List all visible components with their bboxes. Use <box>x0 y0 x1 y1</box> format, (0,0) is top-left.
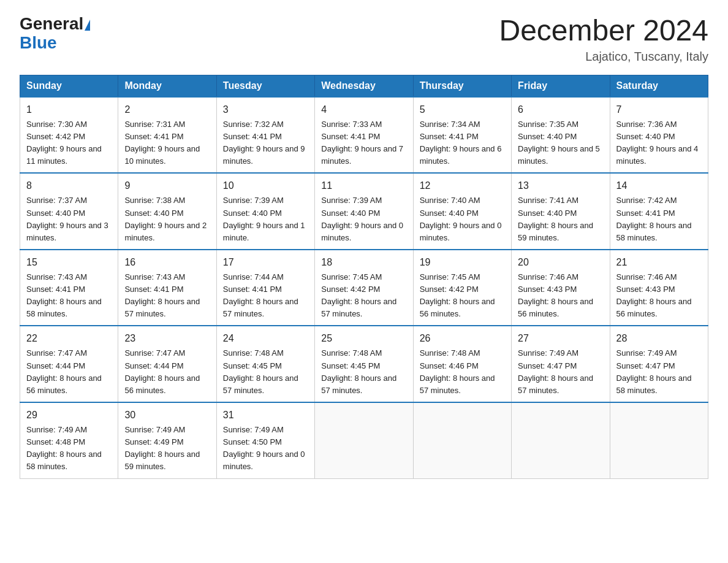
logo-triangle-icon <box>85 20 90 31</box>
day-number: 15 <box>26 255 112 270</box>
day-cell: 24Sunrise: 7:48 AMSunset: 4:45 PMDayligh… <box>216 326 314 402</box>
day-number: 12 <box>420 178 505 193</box>
day-info: Sunrise: 7:48 AMSunset: 4:46 PMDaylight:… <box>420 347 505 397</box>
day-cell: 13Sunrise: 7:41 AMSunset: 4:40 PMDayligh… <box>512 173 610 250</box>
day-info: Sunrise: 7:47 AMSunset: 4:44 PMDaylight:… <box>124 347 210 397</box>
day-info: Sunrise: 7:39 AMSunset: 4:40 PMDaylight:… <box>223 194 308 244</box>
day-info: Sunrise: 7:49 AMSunset: 4:47 PMDaylight:… <box>616 347 702 397</box>
header-saturday: Saturday <box>610 75 708 97</box>
day-number: 2 <box>124 102 210 117</box>
day-number: 8 <box>26 178 112 193</box>
day-number: 18 <box>321 255 406 270</box>
week-row-3: 15Sunrise: 7:43 AMSunset: 4:41 PMDayligh… <box>20 250 708 326</box>
day-info: Sunrise: 7:43 AMSunset: 4:41 PMDaylight:… <box>26 271 112 321</box>
day-number: 31 <box>223 408 308 423</box>
day-number: 20 <box>518 255 603 270</box>
day-number: 3 <box>223 102 308 117</box>
day-cell: 11Sunrise: 7:39 AMSunset: 4:40 PMDayligh… <box>315 173 413 250</box>
day-number: 10 <box>223 178 308 193</box>
day-cell: 8Sunrise: 7:37 AMSunset: 4:40 PMDaylight… <box>20 173 118 250</box>
day-info: Sunrise: 7:30 AMSunset: 4:42 PMDaylight:… <box>26 118 112 168</box>
day-cell <box>413 402 511 478</box>
day-cell: 26Sunrise: 7:48 AMSunset: 4:46 PMDayligh… <box>413 326 511 402</box>
day-cell: 10Sunrise: 7:39 AMSunset: 4:40 PMDayligh… <box>216 173 314 250</box>
day-info: Sunrise: 7:31 AMSunset: 4:41 PMDaylight:… <box>124 118 210 168</box>
day-info: Sunrise: 7:32 AMSunset: 4:41 PMDaylight:… <box>223 118 308 168</box>
day-number: 16 <box>124 255 210 270</box>
title-block: December 2024 Lajatico, Tuscany, Italy <box>499 15 708 64</box>
day-number: 1 <box>26 102 112 117</box>
day-cell: 1Sunrise: 7:30 AMSunset: 4:42 PMDaylight… <box>20 97 118 174</box>
day-cell: 7Sunrise: 7:36 AMSunset: 4:40 PMDaylight… <box>610 97 708 174</box>
header-tuesday: Tuesday <box>216 75 314 97</box>
week-row-4: 22Sunrise: 7:47 AMSunset: 4:44 PMDayligh… <box>20 326 708 402</box>
day-cell: 16Sunrise: 7:43 AMSunset: 4:41 PMDayligh… <box>118 250 216 326</box>
day-number: 25 <box>321 331 406 346</box>
day-info: Sunrise: 7:46 AMSunset: 4:43 PMDaylight:… <box>518 271 603 321</box>
day-cell <box>315 402 413 478</box>
day-info: Sunrise: 7:39 AMSunset: 4:40 PMDaylight:… <box>321 194 406 244</box>
header-wednesday: Wednesday <box>315 75 413 97</box>
header-monday: Monday <box>118 75 216 97</box>
day-number: 26 <box>420 331 505 346</box>
day-number: 14 <box>616 178 702 193</box>
day-info: Sunrise: 7:38 AMSunset: 4:40 PMDaylight:… <box>124 194 210 244</box>
day-info: Sunrise: 7:49 AMSunset: 4:47 PMDaylight:… <box>518 347 603 397</box>
day-info: Sunrise: 7:48 AMSunset: 4:45 PMDaylight:… <box>223 347 308 397</box>
day-number: 22 <box>26 331 112 346</box>
day-info: Sunrise: 7:33 AMSunset: 4:41 PMDaylight:… <box>321 118 406 168</box>
day-number: 4 <box>321 102 406 117</box>
day-number: 19 <box>420 255 505 270</box>
day-number: 9 <box>124 178 210 193</box>
day-info: Sunrise: 7:45 AMSunset: 4:42 PMDaylight:… <box>321 271 406 321</box>
day-info: Sunrise: 7:43 AMSunset: 4:41 PMDaylight:… <box>124 271 210 321</box>
logo: General Blue <box>20 15 90 53</box>
day-cell: 20Sunrise: 7:46 AMSunset: 4:43 PMDayligh… <box>512 250 610 326</box>
day-cell: 17Sunrise: 7:44 AMSunset: 4:41 PMDayligh… <box>216 250 314 326</box>
header-thursday: Thursday <box>413 75 511 97</box>
day-info: Sunrise: 7:48 AMSunset: 4:45 PMDaylight:… <box>321 347 406 397</box>
header-sunday: Sunday <box>20 75 118 97</box>
logo-blue: Blue <box>20 33 57 52</box>
day-number: 29 <box>26 408 112 423</box>
week-row-5: 29Sunrise: 7:49 AMSunset: 4:48 PMDayligh… <box>20 402 708 478</box>
day-cell: 3Sunrise: 7:32 AMSunset: 4:41 PMDaylight… <box>216 97 314 174</box>
day-info: Sunrise: 7:37 AMSunset: 4:40 PMDaylight:… <box>26 194 112 244</box>
day-cell: 6Sunrise: 7:35 AMSunset: 4:40 PMDaylight… <box>512 97 610 174</box>
day-cell: 12Sunrise: 7:40 AMSunset: 4:40 PMDayligh… <box>413 173 511 250</box>
week-row-1: 1Sunrise: 7:30 AMSunset: 4:42 PMDaylight… <box>20 97 708 174</box>
day-info: Sunrise: 7:46 AMSunset: 4:43 PMDaylight:… <box>616 271 702 321</box>
day-number: 6 <box>518 102 603 117</box>
day-cell: 4Sunrise: 7:33 AMSunset: 4:41 PMDaylight… <box>315 97 413 174</box>
day-number: 27 <box>518 331 603 346</box>
day-cell: 2Sunrise: 7:31 AMSunset: 4:41 PMDaylight… <box>118 97 216 174</box>
day-info: Sunrise: 7:49 AMSunset: 4:48 PMDaylight:… <box>26 424 112 473</box>
day-info: Sunrise: 7:34 AMSunset: 4:41 PMDaylight:… <box>420 118 505 168</box>
day-number: 28 <box>616 331 702 346</box>
calendar-header-row: SundayMondayTuesdayWednesdayThursdayFrid… <box>20 75 708 97</box>
day-info: Sunrise: 7:44 AMSunset: 4:41 PMDaylight:… <box>223 271 308 321</box>
day-info: Sunrise: 7:45 AMSunset: 4:42 PMDaylight:… <box>420 271 505 321</box>
location-title: Lajatico, Tuscany, Italy <box>499 50 708 64</box>
day-cell <box>512 402 610 478</box>
day-number: 24 <box>223 331 308 346</box>
day-info: Sunrise: 7:40 AMSunset: 4:40 PMDaylight:… <box>420 194 505 244</box>
day-cell <box>610 402 708 478</box>
day-cell: 18Sunrise: 7:45 AMSunset: 4:42 PMDayligh… <box>315 250 413 326</box>
day-cell: 15Sunrise: 7:43 AMSunset: 4:41 PMDayligh… <box>20 250 118 326</box>
day-number: 23 <box>124 331 210 346</box>
day-number: 30 <box>124 408 210 423</box>
day-cell: 23Sunrise: 7:47 AMSunset: 4:44 PMDayligh… <box>118 326 216 402</box>
day-cell: 27Sunrise: 7:49 AMSunset: 4:47 PMDayligh… <box>512 326 610 402</box>
day-info: Sunrise: 7:36 AMSunset: 4:40 PMDaylight:… <box>616 118 702 168</box>
day-info: Sunrise: 7:41 AMSunset: 4:40 PMDaylight:… <box>518 194 603 244</box>
day-info: Sunrise: 7:49 AMSunset: 4:49 PMDaylight:… <box>124 424 210 473</box>
day-cell: 5Sunrise: 7:34 AMSunset: 4:41 PMDaylight… <box>413 97 511 174</box>
page-header: General Blue December 2024 Lajatico, Tus… <box>20 15 708 64</box>
day-info: Sunrise: 7:47 AMSunset: 4:44 PMDaylight:… <box>26 347 112 397</box>
day-cell: 9Sunrise: 7:38 AMSunset: 4:40 PMDaylight… <box>118 173 216 250</box>
day-cell: 25Sunrise: 7:48 AMSunset: 4:45 PMDayligh… <box>315 326 413 402</box>
day-cell: 29Sunrise: 7:49 AMSunset: 4:48 PMDayligh… <box>20 402 118 478</box>
day-number: 13 <box>518 178 603 193</box>
day-number: 21 <box>616 255 702 270</box>
